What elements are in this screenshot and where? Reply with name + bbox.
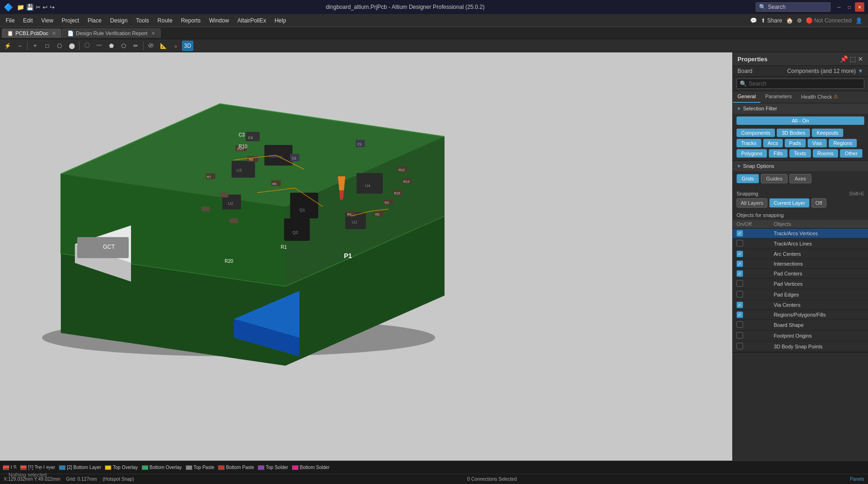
menu-place[interactable]: Place (84, 16, 105, 25)
tab-drc[interactable]: 📄 Design Rule Verification Report ✕ (62, 29, 160, 38)
checkbox-board-shape[interactable] (737, 321, 743, 328)
table-row[interactable]: Via Centers (733, 300, 868, 310)
snap-all-layers-btn[interactable]: All Layers (737, 198, 767, 208)
toolbar-diamond2[interactable]: ⬦ (170, 41, 181, 51)
table-row[interactable]: Pad Edges (733, 289, 868, 300)
layer-top-paste[interactable]: Top Paste (186, 465, 214, 470)
filter-3d-bodies[interactable]: 3D Bodies (777, 129, 810, 137)
snap-off-btn[interactable]: Off (811, 198, 826, 208)
maximize-button[interactable]: □ (845, 2, 854, 12)
filter-all-on[interactable]: All - On (737, 116, 864, 125)
row-checkbox[interactable] (733, 269, 770, 279)
menu-design[interactable]: Design (106, 16, 131, 25)
checkbox-footprint-origins[interactable] (737, 332, 743, 339)
titlebar-search[interactable]: 🔍 Search (756, 2, 831, 12)
toolbar-rect[interactable]: □ (42, 41, 53, 51)
filter-other[interactable]: Other (840, 149, 862, 158)
filter-texts[interactable]: Texts (789, 149, 811, 158)
filter-keepouts[interactable]: Keepouts (812, 129, 843, 137)
toolbar-3d[interactable]: 3D (182, 41, 193, 51)
tab-health-check[interactable]: Health Check ⚠ (796, 91, 843, 103)
checkbox-arc-centers[interactable] (737, 251, 743, 257)
tab-general[interactable]: General (733, 91, 760, 103)
minimize-button[interactable]: ─ (834, 2, 844, 12)
row-checkbox[interactable] (733, 320, 770, 331)
toolbar-measure[interactable]: 〄 (146, 41, 157, 51)
menu-edit[interactable]: Edit (19, 16, 36, 25)
user-icon[interactable]: 👤 (855, 17, 862, 24)
menu-view[interactable]: View (37, 16, 57, 25)
table-row[interactable]: Intersections (733, 259, 868, 269)
filter-arcs[interactable]: Arcs (763, 139, 783, 147)
filter-rooms[interactable]: Rooms (813, 149, 839, 158)
table-row[interactable]: Regions/Polygons/Fills (733, 310, 868, 320)
tab-drc-close[interactable]: ✕ (151, 30, 155, 36)
snap-guides-btn[interactable]: Guides (761, 174, 788, 183)
filter-regions[interactable]: Regions (829, 139, 857, 147)
toolbar-diamond[interactable]: ⬟ (106, 41, 117, 51)
menu-tools[interactable]: Tools (132, 16, 153, 25)
checkbox-pad-edges[interactable] (737, 291, 743, 297)
filter-vias[interactable]: Vias (808, 139, 827, 147)
selection-filter-header[interactable]: ▼ Selection Filter (733, 103, 868, 114)
close-button[interactable]: ✕ (855, 2, 864, 12)
toolbar-circle[interactable]: ⬤ (66, 41, 77, 51)
panel-pin-btn[interactable]: 📌 (840, 55, 848, 63)
table-row[interactable]: Track/Arcs Lines (733, 238, 868, 249)
table-row[interactable]: Board Shape (733, 320, 868, 331)
layer-bottom[interactable]: [2] Bottom Layer (59, 465, 101, 470)
checkbox-track-arcs-lines[interactable] (737, 240, 743, 246)
filter-fills[interactable]: Fills (769, 149, 788, 158)
snap-axes-btn[interactable]: Axes (789, 174, 811, 183)
snap-current-layer-btn[interactable]: Current Layer (769, 198, 809, 208)
table-row[interactable]: 3D Body Snap Points (733, 341, 868, 352)
menu-reports[interactable]: Reports (177, 16, 204, 25)
checkbox-track-arcs-vertices[interactable] (737, 230, 743, 237)
row-checkbox[interactable] (733, 310, 770, 320)
pcb-canvas[interactable]: GCT C3 U3 (0, 52, 732, 461)
toolbar-add[interactable]: ＋ (29, 41, 41, 51)
snap-options-header[interactable]: ▼ Snap Options (733, 161, 868, 171)
toolbar-poly[interactable]: ⬡ (54, 41, 65, 51)
properties-search-field[interactable]: 🔍 Search (737, 79, 864, 89)
layer-bottom-overlay[interactable]: Bottom Overlay (142, 465, 182, 470)
menu-route[interactable]: Route (154, 16, 176, 25)
layer-top-overlay[interactable]: Top Overlay (105, 465, 138, 470)
menu-file[interactable]: File (2, 16, 18, 25)
checkbox-intersections[interactable] (737, 260, 743, 267)
table-row[interactable]: Footprint Origins (733, 331, 868, 341)
checkbox-pad-vertices[interactable] (737, 280, 743, 287)
row-checkbox[interactable] (733, 331, 770, 341)
tab-pcb1[interactable]: 📋 PCB1.PcbDoc ✕ (2, 29, 61, 38)
checkbox-pad-centers[interactable] (737, 270, 743, 277)
share-btn[interactable]: ⬆ Share (761, 17, 782, 24)
layer-bottom-paste[interactable]: Bottom Paste (218, 465, 254, 470)
checkbox-regions-polygons[interactable] (737, 311, 743, 318)
menu-help[interactable]: Help (271, 16, 290, 25)
toolbar-ruler[interactable]: 📐 (158, 41, 169, 51)
home-icon[interactable]: 🏠 (786, 17, 793, 24)
checkbox-via-centers[interactable] (737, 302, 743, 308)
row-checkbox[interactable] (733, 279, 770, 289)
panel-close-btn[interactable]: ✕ (858, 55, 863, 63)
table-row[interactable]: Pad Vertices (733, 279, 868, 289)
layer-bottom-solder[interactable]: Bottom Solder (292, 465, 329, 470)
menu-project[interactable]: Project (58, 16, 83, 25)
row-checkbox[interactable] (733, 341, 770, 352)
toolbar-route[interactable]: → (14, 41, 25, 51)
row-checkbox[interactable] (733, 249, 770, 259)
filter-components[interactable]: Components (737, 129, 775, 137)
settings-icon[interactable]: ⚙ (797, 17, 802, 24)
snap-grids-btn[interactable]: Grids (737, 174, 759, 183)
tab-pcb1-close[interactable]: ✕ (52, 30, 56, 36)
panel-float-btn[interactable]: ⬚ (850, 55, 856, 63)
tab-parameters[interactable]: Parameters (760, 91, 796, 103)
filter-tracks[interactable]: Tracks (737, 139, 761, 147)
toolbar-pen[interactable]: ✏ (130, 41, 141, 51)
toolbar-wave[interactable]: 〰 (94, 41, 105, 51)
table-row[interactable]: Pad Centers (733, 269, 868, 279)
layer-top-solder[interactable]: Top Solder (258, 465, 288, 470)
table-row[interactable]: Arc Centers (733, 249, 868, 259)
checkbox-3d-body-snap[interactable] (737, 343, 743, 349)
row-checkbox[interactable] (733, 238, 770, 249)
